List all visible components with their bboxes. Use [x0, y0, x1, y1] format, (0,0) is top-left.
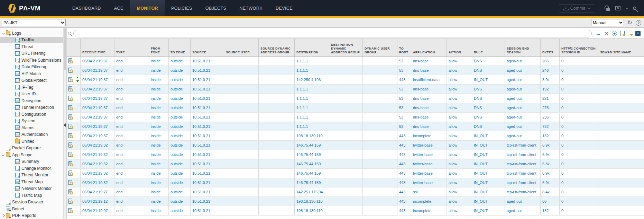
cell-rule[interactable]: DNS: [472, 94, 505, 103]
clear-filter-icon[interactable]: ✕: [604, 31, 609, 36]
cell-source[interactable]: 10.51.0.21: [191, 169, 224, 178]
cell-application[interactable]: twitter-base: [411, 141, 447, 150]
cell-destination[interactable]: 146.75.44.159: [295, 169, 329, 178]
cell-time[interactable]: 06/04 21:19:32: [81, 178, 114, 187]
cell-destination[interactable]: 146.75.44.159: [295, 150, 329, 159]
cell-rule[interactable]: IN_OUT: [472, 178, 505, 187]
cell-application[interactable]: incomplete: [411, 197, 447, 206]
cell-time[interactable]: 06/04 21:19:27: [81, 187, 114, 196]
cell-application[interactable]: dns-base: [411, 103, 447, 112]
log-detail-icon[interactable]: [68, 114, 73, 120]
cell-type[interactable]: end: [114, 113, 149, 122]
cell-port[interactable]: 53: [397, 113, 411, 122]
cell-http2[interactable]: 0: [560, 103, 598, 112]
sidebar-item-tunnel-inspection[interactable]: Tunnel Inspection: [0, 104, 63, 111]
cell-source[interactable]: 10.51.0.21: [191, 197, 224, 206]
cell-fromZone[interactable]: inside: [149, 150, 169, 159]
cell-source[interactable]: 10.51.0.21: [191, 85, 224, 94]
add-filter-icon[interactable]: +: [612, 31, 617, 36]
cell-detail[interactable]: [67, 113, 75, 122]
column-header-sdwan[interactable]: SDWAN Site Name: [598, 39, 644, 56]
cell-destination[interactable]: 1.1.1.1: [295, 94, 329, 103]
cell-action[interactable]: allow: [447, 113, 472, 122]
cell-fromZone[interactable]: inside: [149, 94, 169, 103]
cell-bytes[interactable]: 6.9k: [541, 150, 560, 159]
log-detail-icon[interactable]: [68, 161, 73, 167]
column-header-source[interactable]: Source: [191, 39, 224, 56]
sidebar-item-ip-tag[interactable]: IP-Tag: [0, 84, 63, 91]
sidebar-collapse-handle[interactable]: [64, 123, 66, 127]
cell-toZone[interactable]: outside: [169, 150, 191, 159]
cell-port[interactable]: 443: [397, 197, 411, 206]
cell-rule[interactable]: IN_OUT: [472, 75, 505, 84]
cell-action[interactable]: allow: [447, 94, 472, 103]
column-header-bytes[interactable]: Bytes: [541, 39, 560, 56]
sidebar-item-traffic[interactable]: Traffic: [0, 37, 63, 44]
column-header-port[interactable]: To Port: [397, 39, 411, 56]
sidebar-item-url-filtering[interactable]: URL Filtering: [0, 50, 63, 57]
cell-application[interactable]: ssl: [411, 187, 447, 196]
column-header-reason[interactable]: Session End Reason: [505, 39, 541, 56]
cell-type[interactable]: end: [114, 75, 149, 84]
sidebar-item-pdf-reports[interactable]: PDF Reports: [0, 212, 63, 219]
cell-http2[interactable]: 0: [560, 56, 598, 65]
cell-type[interactable]: end: [114, 206, 149, 215]
log-detail-icon[interactable]: [68, 96, 73, 101]
cell-port[interactable]: 53: [397, 66, 411, 75]
column-header-toZone[interactable]: To Zone: [169, 39, 191, 56]
cell-source[interactable]: 10.51.0.21: [191, 141, 224, 150]
cell-http2[interactable]: 0: [560, 150, 598, 159]
cell-source[interactable]: 10.51.0.21: [191, 75, 224, 84]
cell-toZone[interactable]: outside: [169, 122, 191, 131]
tab-acc[interactable]: ACC: [108, 0, 130, 16]
cell-port[interactable]: 53: [397, 103, 411, 112]
cell-fromZone[interactable]: inside: [149, 103, 169, 112]
cell-toZone[interactable]: outside: [169, 187, 191, 196]
save-filter-icon[interactable]: [620, 31, 625, 36]
sidebar-item-summary[interactable]: Summary: [0, 158, 63, 165]
tab-monitor[interactable]: MONITOR: [130, 0, 165, 16]
sidebar-item-threat-map[interactable]: Threat Map: [0, 178, 63, 185]
cell-reason[interactable]: tcp-rst-from-client: [505, 178, 541, 187]
cell-fromZone[interactable]: inside: [149, 206, 169, 215]
sidebar-item-decryption[interactable]: Decryption: [0, 97, 63, 104]
tab-network[interactable]: NETWORK: [233, 0, 269, 16]
cell-application[interactable]: dns-base: [411, 56, 447, 65]
global-search-icon[interactable]: [633, 7, 636, 10]
log-detail-icon[interactable]: [68, 142, 73, 148]
cell-type[interactable]: end: [114, 141, 149, 150]
cell-bytes[interactable]: 6.9k: [541, 178, 560, 187]
cell-detail[interactable]: [67, 75, 75, 84]
cell-rule[interactable]: DNS: [472, 103, 505, 112]
column-header-destDynGrp[interactable]: Destination Dynamic Address Group: [329, 39, 363, 56]
cell-action[interactable]: allow: [447, 56, 472, 65]
cell-type[interactable]: end: [114, 187, 149, 196]
cell-toZone[interactable]: outside: [169, 94, 191, 103]
cell-detail[interactable]: [67, 150, 75, 159]
cell-detail[interactable]: [67, 169, 75, 178]
sidebar-item-logs[interactable]: Logs: [0, 30, 63, 37]
log-detail-icon[interactable]: [68, 170, 73, 176]
cell-rule[interactable]: DNS: [472, 113, 505, 122]
sidebar-item-session-browser[interactable]: Session Browser: [0, 199, 63, 206]
cell-action[interactable]: allow: [447, 178, 472, 187]
cell-type[interactable]: end: [114, 103, 149, 112]
cell-bytes[interactable]: 285: [541, 56, 560, 65]
column-header-sourceUser[interactable]: Source User: [224, 39, 259, 56]
column-header-http2[interactable]: HTTP/2 Connection Session ID: [560, 39, 598, 56]
cell-bytes[interactable]: 8.4k: [541, 187, 560, 196]
tab-device[interactable]: DEVICE: [269, 0, 299, 16]
cell-application[interactable]: incomplete: [411, 131, 447, 140]
cell-destination[interactable]: 146.75.44.159: [295, 159, 329, 168]
cell-source[interactable]: 10.51.0.21: [191, 187, 224, 196]
sidebar-item-traffic-map[interactable]: Traffic Map: [0, 192, 63, 199]
cell-destination[interactable]: 1.1.1.1: [295, 103, 329, 112]
tab-objects[interactable]: OBJECTS: [199, 0, 233, 16]
cell-http2[interactable]: 0: [560, 169, 598, 178]
cell-action[interactable]: allow: [447, 197, 472, 206]
cell-reason[interactable]: tcp-rst-from-client: [505, 169, 541, 178]
column-header-type[interactable]: Type: [114, 39, 149, 56]
cell-time[interactable]: 06/04 21:19:37: [81, 75, 114, 84]
cell-port[interactable]: 53: [397, 122, 411, 131]
cell-fromZone[interactable]: inside: [149, 159, 169, 168]
